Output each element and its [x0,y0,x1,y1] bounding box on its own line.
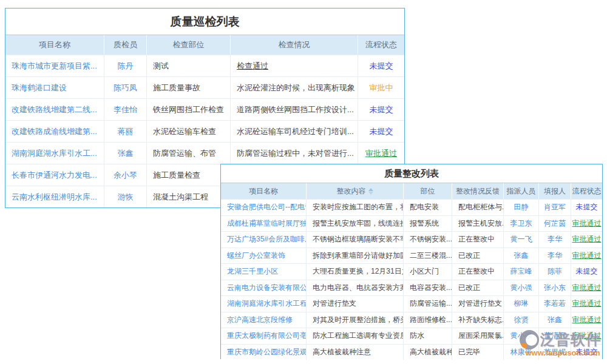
project-name-cell[interactable]: 龙湖三千里小区 [221,264,306,280]
inspector-cell[interactable]: 陈巧凤 [104,77,146,98]
project-name-cell[interactable]: 云南电力设备安装有限公司20... [221,280,306,296]
process-status-cell: 未提交 [358,99,404,120]
inspection-result-cell[interactable]: 检查通过 [230,55,358,76]
column-header-part: 部位 [403,183,452,199]
table-row[interactable]: 成都杜甫草堂临时展厅独立展...报警主机安放牢固，线缆连接...报警系统报警主机… [221,215,602,232]
part-cell: 不锈钢安装... [403,232,452,248]
project-name-cell[interactable]: 湖南洞庭湖水库引水工程施工标 [221,296,306,312]
column-header-label: 项目名称 [39,39,70,50]
table-title: 质量整改列表 [221,164,602,183]
project-name-cell[interactable]: 珠海市城市更新项目紫... [5,55,104,76]
rectify-feedback-cell: 已改正 [452,248,503,264]
column-header-rectify-content[interactable]: 整改内容 [306,183,403,199]
assignee-cell[interactable]: 田静 [503,200,538,215]
project-name-cell[interactable]: 湖南洞庭湖水库引水工... [5,143,104,164]
watermark: 泛普软件 www.fanpusoft.com [520,330,606,357]
process-status-cell: 审批中 [358,77,404,98]
project-name-cell[interactable]: 京沪高速北京段维修 [221,312,306,328]
rectify-content-cell: 大理石质量更换，12月31日之... [306,264,403,280]
table-row[interactable]: 云南电力设备安装有限公司20...电力电容器、电抗器安装方案...电容器安装..… [221,280,602,296]
inspection-part-cell: 施工质量检查 [146,164,230,186]
project-name-cell[interactable]: 改建铁路线增建第二线... [5,99,104,120]
inspection-part-cell: 施工质量事故 [146,77,230,98]
part-cell: 防水 [403,328,452,344]
table-row[interactable]: 龙湖三千里小区大理石质量更换，12月31日之...小区大门正在整改中薛宝峰陈菲未… [221,263,602,280]
process-status-cell[interactable]: 审批通过 [571,312,602,328]
rectify-content-cell: 对其及时开展整治措施，桥头... [306,312,403,328]
reporter-cell[interactable]: 李华 [538,232,571,248]
column-header-inspector: 质检员 [104,35,146,55]
project-name-cell[interactable]: 重庆市鹅岭公园绿化景观提升... [221,345,306,360]
project-name-cell[interactable]: 云南水利枢纽潜明水库... [5,186,104,207]
table-row[interactable]: 珠海鹤港口建设陈巧凤施工质量事故水泥砼灌注的时候，出现离析现象审批中 [5,76,404,98]
part-cell: 二至三楼混... [403,248,452,264]
part-cell: 路面维修检... [403,312,452,328]
inspector-cell[interactable]: 蒋丽 [104,121,146,142]
reporter-cell[interactable]: 张鑫 [538,312,571,328]
rectify-feedback-cell: 已完毕 [452,345,503,360]
part-cell: 高大植被栽种 [403,345,452,360]
inspection-part-cell: 水泥砼运输车检查 [146,121,230,142]
project-name-cell[interactable]: 改建铁路成渝线增建第... [5,121,104,142]
table-row[interactable]: 改建铁路线增建第二线...李佳怡铁丝网围挡工作检查道路两侧铁丝网围挡工作按设计.… [5,98,404,120]
table-row[interactable]: 京沪高速北京段维修对其及时开展整治措施，桥头...路面维修检...补齐缺失标志.… [221,312,602,328]
project-name-cell[interactable]: 重庆太极制药有限公司亳州中... [221,328,306,344]
inspector-cell[interactable]: 游恢 [104,186,146,207]
reporter-cell[interactable]: 陈菲 [538,264,571,280]
watermark-url: www.fanpusoft.com [520,348,606,357]
inspector-cell[interactable]: 张鑫 [104,143,146,164]
table-row[interactable]: 湖南洞庭湖水库引水工...张鑫防腐管运输、布管防腐管运输过程中，未对管进行...… [5,142,404,164]
assignee-cell[interactable]: 徐贤 [503,312,538,328]
inspector-cell[interactable]: 陈丹 [104,55,146,76]
reporter-cell[interactable]: 何芷茵 [538,216,571,232]
process-status-cell[interactable]: 审批通过 [571,296,602,312]
table-row[interactable]: 安徽合肥供电公司--配电设备...安装时应按施工图的布置，将...配电安装配电柜… [221,199,602,215]
reporter-cell[interactable]: 肖亚军 [538,200,571,215]
process-status-cell[interactable]: 审批通过 [358,143,404,164]
table-title: 质量巡检列表 [5,8,404,35]
project-name-cell[interactable]: 万达广场35#会所及咖啡厅空... [221,232,306,248]
column-header-label: 部位 [421,186,435,197]
process-status-cell: 未提交 [571,264,602,280]
table-row[interactable]: 改建铁路成渝线增建第...蒋丽水泥砼运输车检查水泥砼运输车司机经过专门培训...… [5,120,404,142]
reporter-cell[interactable]: 李若若 [538,296,571,312]
part-cell: 电容器安装... [403,280,452,296]
rectify-feedback-cell: 正在整改中 [452,232,503,248]
column-header-label: 流程状态 [365,39,397,50]
assignee-cell[interactable]: 薛宝峰 [503,264,538,280]
project-name-cell[interactable]: 珠海鹤港口建设 [5,77,104,98]
rectify-feedback-cell: 补齐缺失标志... [452,312,503,328]
inspection-result-cell: 道路两侧铁丝网围挡工作按设计... [230,99,358,120]
column-header-process-status: 流程状态 [571,183,602,199]
column-header-label: 整改内容 [337,186,366,197]
sort-icon[interactable] [368,188,373,195]
assignee-cell[interactable]: 柳琳 [503,296,538,312]
assignee-cell[interactable]: 张鑫 [503,248,538,264]
column-header-inspection-result: 检查情况 [230,35,358,55]
process-status-cell[interactable]: 审批通过 [571,216,602,232]
table-row[interactable]: 湖南洞庭湖水库引水工程施工标对管进行垫支防腐管运输...对管进行垫支柳琳李若若审… [221,295,602,312]
process-status-cell[interactable]: 审批通过 [571,232,602,248]
project-name-cell[interactable]: 安徽合肥供电公司--配电设备... [221,200,306,215]
assignee-cell[interactable]: 黄小强 [503,280,538,296]
process-status-cell[interactable]: 审批通过 [571,248,602,264]
process-status-cell[interactable]: 审批通过 [571,280,602,296]
reporter-cell[interactable]: 李华 [538,248,571,264]
rectify-feedback-cell: 屋面采用聚氯... [452,328,503,344]
table-row[interactable]: 珠海市城市更新项目紫...陈丹测试检查通过未提交 [5,55,404,76]
table-row[interactable]: 万达广场35#会所及咖啡厅空...不锈钢边框玻璃隔断安装不牢...不锈钢安装..… [221,231,602,248]
assignee-cell[interactable]: 李卫东 [503,216,538,232]
inspector-cell[interactable]: 余小琴 [104,164,146,186]
inspection-result-cell: 防腐管运输过程中，未对管进行... [230,143,358,164]
project-name-cell[interactable]: 长春市伊通河水力发电... [5,164,104,186]
project-name-cell[interactable]: 螺丝厂办公室装饰 [221,248,306,264]
column-header-assignee: 指派人员 [503,183,538,199]
inspection-result-cell: 水泥砼灌注的时候，出现离析现象 [230,77,358,98]
project-name-cell[interactable]: 成都杜甫草堂临时展厅独立展... [221,216,306,232]
inspector-cell[interactable]: 李佳怡 [104,99,146,120]
rectify-feedback-cell: 对管进行垫支 [452,296,503,312]
reporter-cell[interactable]: 张小东 [538,280,571,296]
assignee-cell[interactable]: 黄一飞 [503,232,538,248]
table-row[interactable]: 螺丝厂办公室装饰拆除到承重墙部分请做好加固...二至三楼混...已改正张鑫李华审… [221,248,602,264]
process-status-cell: 未提交 [358,55,404,76]
